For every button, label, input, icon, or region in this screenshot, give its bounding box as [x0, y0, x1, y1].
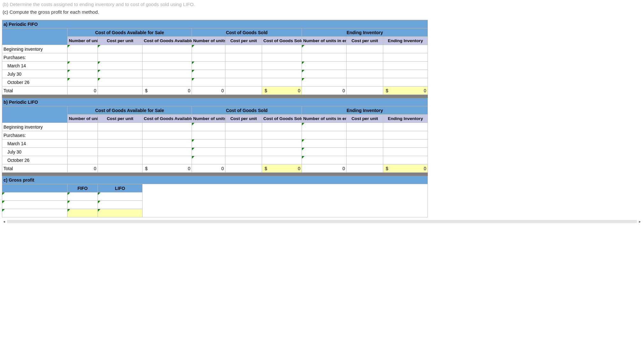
- input-cell[interactable]: [302, 148, 347, 156]
- gp-lifo-input[interactable]: [98, 201, 143, 209]
- table-row: Beginning inventory: [2, 45, 428, 53]
- gp-lifo-result[interactable]: [98, 209, 143, 217]
- total-sold: 0: [192, 86, 225, 95]
- table-row: Total 0 $0 0 $0 0 $0: [2, 86, 428, 95]
- question-text: (b) Determine the costs assigned to endi…: [2, 0, 642, 20]
- col-cpu: Cost per unit: [347, 37, 383, 45]
- scroll-left-icon[interactable]: ◂: [3, 219, 5, 224]
- col-cpu: Cost per unit: [347, 115, 383, 123]
- group-ei: Ending Inventory: [302, 28, 428, 37]
- gp-label-input[interactable]: [2, 209, 68, 217]
- total-end-units: 0: [302, 164, 347, 173]
- col-num-units: Number of units: [68, 37, 98, 45]
- row-purchases: Purchases:: [2, 131, 68, 139]
- table-row: July 30: [2, 148, 428, 156]
- col-num-end: Number of units in ending inventory: [302, 37, 347, 45]
- total-ei: $0: [383, 86, 428, 95]
- row-march14: March 14: [2, 62, 68, 70]
- input-cell[interactable]: [68, 62, 98, 70]
- total-cogas: $0: [143, 164, 192, 173]
- row-total: Total: [2, 86, 68, 95]
- input-cell[interactable]: [302, 156, 347, 164]
- table-row: October 26: [2, 156, 428, 164]
- gp-fifo-result[interactable]: [68, 209, 98, 217]
- section-spacer: [2, 173, 428, 176]
- total-cogs: $0: [262, 164, 302, 173]
- table-row: Beginning inventory: [2, 123, 428, 131]
- input-cell[interactable]: [192, 156, 225, 164]
- horizontal-scrollbar[interactable]: ◂ ▸: [2, 217, 642, 224]
- total-units: 0: [68, 164, 98, 173]
- table-row: March 14: [2, 62, 428, 70]
- row-march14: March 14: [2, 139, 68, 148]
- input-cell[interactable]: [192, 139, 225, 148]
- input-cell[interactable]: [302, 62, 347, 70]
- gp-fifo-input[interactable]: [68, 192, 98, 201]
- question-b-faded: (b) Determine the costs assigned to endi…: [3, 2, 195, 7]
- calc-cell: [347, 45, 383, 53]
- gp-label-input[interactable]: [2, 201, 68, 209]
- input-cell[interactable]: [302, 78, 347, 86]
- table-row: July 30: [2, 70, 428, 78]
- table-row: Total 0 $0 0 $0 0 $0: [2, 164, 428, 173]
- input-cell[interactable]: [68, 78, 98, 86]
- blank-corner: [2, 184, 68, 192]
- input-cell[interactable]: [192, 45, 225, 53]
- col-cpu: Cost per unit: [98, 115, 143, 123]
- col-cogs: Cost of Goods Sold: [262, 115, 302, 123]
- col-cogs: Cost of Goods Sold: [262, 37, 302, 45]
- scroll-right-icon[interactable]: ▸: [639, 219, 641, 224]
- input-cell[interactable]: [192, 78, 225, 86]
- group-cogs: Cost of Goods Sold: [192, 106, 302, 115]
- table-row: March 14: [2, 139, 428, 148]
- gp-label-input[interactable]: [2, 192, 68, 201]
- gp-fifo-input[interactable]: [68, 201, 98, 209]
- input-cell[interactable]: [302, 45, 347, 53]
- total-ei: $0: [383, 164, 428, 173]
- gp-lifo-input[interactable]: [98, 192, 143, 201]
- worksheet-table: a) Periodic FIFO Cost of Goods Available…: [2, 20, 428, 217]
- col-num-end: Number of units in ending inventory: [302, 115, 347, 123]
- input-cell[interactable]: [98, 78, 143, 86]
- blank-area: [143, 184, 428, 217]
- input-cell[interactable]: [98, 70, 143, 78]
- row-july30: July 30: [2, 70, 68, 78]
- row-beginning-inventory: Beginning inventory: [2, 123, 68, 131]
- table-row: Purchases:: [2, 53, 428, 62]
- total-cogas: $0: [143, 86, 192, 95]
- input-cell[interactable]: [98, 62, 143, 70]
- col-num-sold: Number of units sold: [192, 37, 225, 45]
- table-row: Purchases:: [2, 131, 428, 139]
- worksheet-page: (b) Determine the costs assigned to endi…: [0, 0, 644, 233]
- scrollbar-track[interactable]: [7, 220, 637, 223]
- total-cogs: $0: [262, 86, 302, 95]
- row-total: Total: [2, 164, 68, 173]
- input-cell[interactable]: [302, 139, 347, 148]
- total-sold: 0: [192, 164, 225, 173]
- col-cogas: Cost of Goods Available for Sale: [143, 37, 192, 45]
- col-cpu: Cost per unit: [225, 115, 262, 123]
- input-cell[interactable]: [302, 70, 347, 78]
- col-cpu: Cost per unit: [225, 37, 262, 45]
- input-cell[interactable]: [192, 148, 225, 156]
- input-cell[interactable]: [98, 45, 143, 53]
- input-cell[interactable]: [192, 123, 225, 131]
- group-cogas: Cost of Goods Available for Sale: [68, 106, 192, 115]
- section-spacer: [2, 95, 428, 98]
- total-end-units: 0: [302, 86, 347, 95]
- input-cell[interactable]: [302, 123, 347, 131]
- col-num-units: Number of units: [68, 115, 98, 123]
- calc-cell: [262, 45, 302, 53]
- row-oct26: October 26: [2, 156, 68, 164]
- group-cogs: Cost of Goods Sold: [192, 28, 302, 37]
- gp-lifo-header: LIFO: [98, 184, 143, 192]
- row-july30: July 30: [2, 148, 68, 156]
- gp-fifo-header: FIFO: [68, 184, 98, 192]
- input-cell[interactable]: [68, 45, 98, 53]
- group-ei: Ending Inventory: [302, 106, 428, 115]
- input-cell[interactable]: [68, 70, 98, 78]
- input-cell[interactable]: [192, 62, 225, 70]
- input-cell[interactable]: [192, 70, 225, 78]
- section-a-title: a) Periodic FIFO: [2, 20, 428, 28]
- group-cogas: Cost of Goods Available for Sale: [68, 28, 192, 37]
